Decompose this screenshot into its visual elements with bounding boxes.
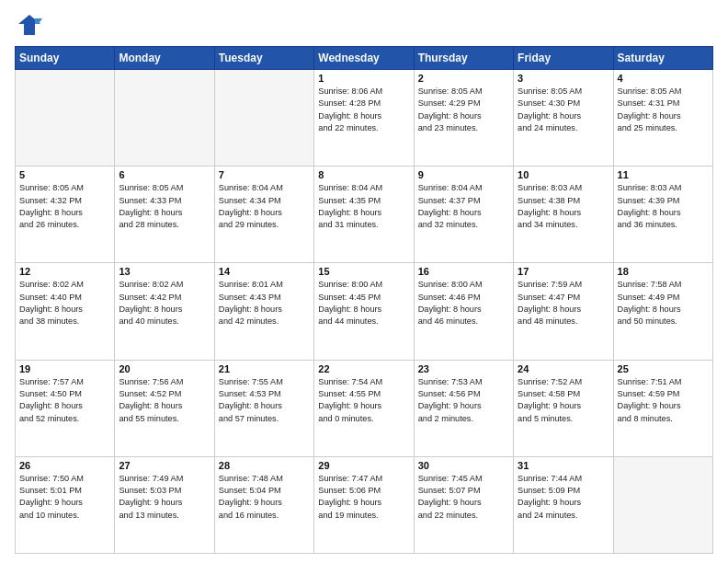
calendar-cell: 25Sunrise: 7:51 AM Sunset: 4:59 PM Dayli… [613, 360, 712, 456]
day-number: 18 [618, 266, 709, 277]
logo-icon [15, 11, 44, 40]
calendar-header-thursday: Thursday [414, 47, 513, 70]
calendar-cell: 17Sunrise: 7:59 AM Sunset: 4:47 PM Dayli… [514, 263, 613, 360]
day-info: Sunrise: 8:05 AM Sunset: 4:31 PM Dayligh… [618, 86, 709, 134]
day-info: Sunrise: 7:51 AM Sunset: 4:59 PM Dayligh… [618, 376, 709, 425]
calendar-header-row: SundayMondayTuesdayWednesdayThursdayFrid… [16, 47, 713, 70]
day-number: 9 [418, 169, 509, 180]
day-number: 14 [219, 266, 310, 277]
day-number: 26 [19, 460, 110, 471]
day-number: 7 [219, 169, 310, 180]
day-info: Sunrise: 8:00 AM Sunset: 4:45 PM Dayligh… [318, 279, 409, 327]
day-info: Sunrise: 7:54 AM Sunset: 4:55 PM Dayligh… [318, 376, 409, 425]
calendar-cell: 11Sunrise: 8:03 AM Sunset: 4:39 PM Dayli… [613, 167, 712, 263]
day-number: 6 [119, 169, 210, 180]
day-info: Sunrise: 7:58 AM Sunset: 4:49 PM Dayligh… [618, 279, 709, 327]
day-number: 31 [518, 460, 609, 471]
day-number: 5 [19, 169, 110, 180]
calendar-header-wednesday: Wednesday [314, 47, 414, 70]
day-number: 10 [518, 169, 609, 180]
svg-marker-1 [35, 18, 42, 24]
day-number: 8 [318, 169, 409, 180]
day-info: Sunrise: 8:03 AM Sunset: 4:39 PM Dayligh… [618, 182, 709, 231]
day-number: 25 [618, 363, 709, 374]
logo [15, 11, 48, 40]
day-info: Sunrise: 8:05 AM Sunset: 4:32 PM Dayligh… [19, 182, 110, 231]
day-number: 12 [19, 266, 110, 277]
day-info: Sunrise: 8:02 AM Sunset: 4:42 PM Dayligh… [119, 279, 210, 327]
calendar-cell: 22Sunrise: 7:54 AM Sunset: 4:55 PM Dayli… [314, 360, 414, 456]
calendar-cell: 28Sunrise: 7:48 AM Sunset: 5:04 PM Dayli… [214, 456, 313, 553]
calendar-cell: 7Sunrise: 8:04 AM Sunset: 4:34 PM Daylig… [214, 167, 313, 263]
calendar-header-friday: Friday [514, 47, 613, 70]
day-info: Sunrise: 7:50 AM Sunset: 5:01 PM Dayligh… [19, 473, 110, 522]
page: SundayMondayTuesdayWednesdayThursdayFrid… [0, 0, 728, 563]
calendar-cell: 23Sunrise: 7:53 AM Sunset: 4:56 PM Dayli… [414, 360, 513, 456]
day-info: Sunrise: 8:04 AM Sunset: 4:35 PM Dayligh… [318, 182, 409, 231]
calendar-cell: 18Sunrise: 7:58 AM Sunset: 4:49 PM Dayli… [613, 263, 712, 360]
calendar-header-tuesday: Tuesday [214, 47, 313, 70]
calendar-cell [16, 70, 115, 167]
day-info: Sunrise: 8:05 AM Sunset: 4:30 PM Dayligh… [518, 86, 609, 134]
calendar-cell: 24Sunrise: 7:52 AM Sunset: 4:58 PM Dayli… [514, 360, 613, 456]
calendar-week-row-2: 12Sunrise: 8:02 AM Sunset: 4:40 PM Dayli… [16, 263, 713, 360]
calendar-cell: 31Sunrise: 7:44 AM Sunset: 5:09 PM Dayli… [514, 456, 613, 553]
calendar-table: SundayMondayTuesdayWednesdayThursdayFrid… [15, 46, 713, 554]
day-info: Sunrise: 8:00 AM Sunset: 4:46 PM Dayligh… [418, 279, 509, 327]
calendar-cell: 4Sunrise: 8:05 AM Sunset: 4:31 PM Daylig… [613, 70, 712, 167]
day-info: Sunrise: 8:05 AM Sunset: 4:33 PM Dayligh… [119, 182, 210, 231]
day-info: Sunrise: 7:52 AM Sunset: 4:58 PM Dayligh… [518, 376, 609, 425]
calendar-cell: 2Sunrise: 8:05 AM Sunset: 4:29 PM Daylig… [414, 70, 513, 167]
day-number: 24 [518, 363, 609, 374]
day-info: Sunrise: 7:57 AM Sunset: 4:50 PM Dayligh… [19, 376, 110, 425]
calendar-cell: 8Sunrise: 8:04 AM Sunset: 4:35 PM Daylig… [314, 167, 414, 263]
day-info: Sunrise: 7:49 AM Sunset: 5:03 PM Dayligh… [119, 473, 210, 522]
day-number: 13 [119, 266, 210, 277]
calendar-cell [613, 456, 712, 553]
day-info: Sunrise: 7:56 AM Sunset: 4:52 PM Dayligh… [119, 376, 210, 425]
day-info: Sunrise: 7:55 AM Sunset: 4:53 PM Dayligh… [219, 376, 310, 425]
calendar-cell: 5Sunrise: 8:05 AM Sunset: 4:32 PM Daylig… [16, 167, 115, 263]
calendar-cell: 3Sunrise: 8:05 AM Sunset: 4:30 PM Daylig… [514, 70, 613, 167]
day-number: 3 [518, 73, 609, 84]
day-number: 21 [219, 363, 310, 374]
calendar-cell: 26Sunrise: 7:50 AM Sunset: 5:01 PM Dayli… [16, 456, 115, 553]
svg-marker-0 [18, 15, 40, 35]
calendar-cell: 21Sunrise: 7:55 AM Sunset: 4:53 PM Dayli… [214, 360, 313, 456]
calendar-cell: 29Sunrise: 7:47 AM Sunset: 5:06 PM Dayli… [314, 456, 414, 553]
calendar-week-row-0: 1Sunrise: 8:06 AM Sunset: 4:28 PM Daylig… [16, 70, 713, 167]
day-number: 2 [418, 73, 509, 84]
day-number: 17 [518, 266, 609, 277]
calendar-cell: 20Sunrise: 7:56 AM Sunset: 4:52 PM Dayli… [115, 360, 214, 456]
calendar-cell: 19Sunrise: 7:57 AM Sunset: 4:50 PM Dayli… [16, 360, 115, 456]
calendar-week-row-4: 26Sunrise: 7:50 AM Sunset: 5:01 PM Dayli… [16, 456, 713, 553]
calendar-cell: 10Sunrise: 8:03 AM Sunset: 4:38 PM Dayli… [514, 167, 613, 263]
calendar-cell: 12Sunrise: 8:02 AM Sunset: 4:40 PM Dayli… [16, 263, 115, 360]
day-info: Sunrise: 8:06 AM Sunset: 4:28 PM Dayligh… [318, 86, 409, 134]
day-info: Sunrise: 8:01 AM Sunset: 4:43 PM Dayligh… [219, 279, 310, 327]
calendar-week-row-1: 5Sunrise: 8:05 AM Sunset: 4:32 PM Daylig… [16, 167, 713, 263]
day-number: 11 [618, 169, 709, 180]
calendar-header-sunday: Sunday [16, 47, 115, 70]
day-info: Sunrise: 7:47 AM Sunset: 5:06 PM Dayligh… [318, 473, 409, 522]
day-info: Sunrise: 8:05 AM Sunset: 4:29 PM Dayligh… [418, 86, 509, 134]
day-number: 20 [119, 363, 210, 374]
day-info: Sunrise: 7:44 AM Sunset: 5:09 PM Dayligh… [518, 473, 609, 522]
day-number: 15 [318, 266, 409, 277]
day-info: Sunrise: 8:04 AM Sunset: 4:34 PM Dayligh… [219, 182, 310, 231]
day-info: Sunrise: 7:45 AM Sunset: 5:07 PM Dayligh… [418, 473, 509, 522]
day-info: Sunrise: 8:02 AM Sunset: 4:40 PM Dayligh… [19, 279, 110, 327]
calendar-cell [214, 70, 313, 167]
calendar-cell: 9Sunrise: 8:04 AM Sunset: 4:37 PM Daylig… [414, 167, 513, 263]
calendar-cell: 27Sunrise: 7:49 AM Sunset: 5:03 PM Dayli… [115, 456, 214, 553]
calendar-cell: 16Sunrise: 8:00 AM Sunset: 4:46 PM Dayli… [414, 263, 513, 360]
day-number: 29 [318, 460, 409, 471]
day-number: 27 [119, 460, 210, 471]
calendar-header-saturday: Saturday [613, 47, 712, 70]
day-info: Sunrise: 7:48 AM Sunset: 5:04 PM Dayligh… [219, 473, 310, 522]
calendar-cell [115, 70, 214, 167]
calendar-cell: 30Sunrise: 7:45 AM Sunset: 5:07 PM Dayli… [414, 456, 513, 553]
day-info: Sunrise: 8:04 AM Sunset: 4:37 PM Dayligh… [418, 182, 509, 231]
day-number: 23 [418, 363, 509, 374]
header [15, 11, 713, 40]
